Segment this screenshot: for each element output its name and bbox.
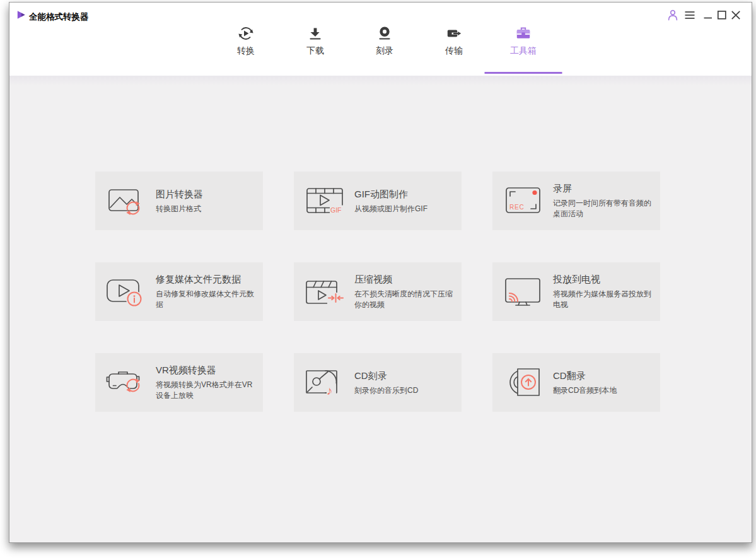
compress-video-icon	[304, 275, 346, 309]
app-window: 全能格式转换器 转换 下载 刻录 传输 工具箱	[9, 2, 752, 543]
tab-label: 传输	[445, 45, 463, 57]
download-icon	[307, 25, 323, 42]
toolbox-panel: 图片转换器 转换图片格式 GIF动图制作 从视频或图片制作GIF 录屏 记录同一…	[9, 76, 752, 542]
card-image-converter[interactable]: 图片转换器 转换图片格式	[95, 172, 263, 230]
tool-card-grid: 图片转换器 转换图片格式 GIF动图制作 从视频或图片制作GIF 录屏 记录同一…	[95, 172, 752, 412]
card-cast-to-tv[interactable]: 投放到电视 将视频作为媒体服务器投放到电视	[492, 262, 660, 321]
tool-card-title: 图片转换器	[156, 188, 257, 201]
tab-toolbox[interactable]: 工具箱	[500, 25, 547, 57]
burn-icon	[376, 25, 393, 42]
tool-card-desc: 将视频转换为VR格式并在VR设备上放映	[156, 380, 257, 401]
gif-maker-icon	[304, 184, 346, 218]
minimize[interactable]	[701, 8, 715, 22]
tool-card-title: CD翻录	[553, 370, 654, 382]
tool-card-title: 投放到电视	[553, 273, 654, 286]
tool-card-desc: 从视频或图片制作GIF	[354, 204, 455, 214]
cast-to-tv-icon	[503, 275, 544, 309]
tool-card-desc: 将视频作为媒体服务器投放到电视	[553, 289, 654, 310]
transfer-icon	[446, 25, 462, 42]
image-converter-icon	[105, 184, 147, 218]
tool-card-title: 修复媒体文件元数据	[156, 273, 257, 286]
tool-card-desc: 自动修复和修改媒体文件元数据	[156, 289, 257, 310]
card-gif-maker[interactable]: GIF动图制作 从视频或图片制作GIF	[294, 172, 462, 230]
card-screen-recorder[interactable]: 录屏 记录同一时间所有带有音频的桌面活动	[492, 172, 660, 230]
tab-transfer[interactable]: 传输	[431, 25, 477, 57]
tool-card-desc: 翻录CD音频到本地	[553, 385, 654, 396]
maximize[interactable]	[715, 8, 729, 22]
convert-icon	[238, 25, 254, 42]
maximize-icon	[715, 8, 729, 22]
toolbox-icon	[515, 25, 532, 42]
tab-burn[interactable]: 刻录	[361, 25, 408, 57]
app-logo-icon	[16, 9, 26, 20]
tool-card-title: 压缩视频	[354, 273, 455, 286]
card-cd-rip[interactable]: CD翻录 翻录CD音频到本地	[492, 353, 660, 412]
app-title: 全能格式转换器	[29, 11, 89, 23]
card-compress-video[interactable]: 压缩视频 在不损失清晰度的情况下压缩你的视频	[294, 262, 462, 321]
screen-recorder-icon	[503, 184, 544, 218]
card-fix-metadata[interactable]: 修复媒体文件元数据 自动修复和修改媒体文件元数据	[95, 262, 263, 321]
tab-label: 工具箱	[510, 45, 537, 57]
window-controls	[666, 8, 743, 22]
cd-burn-icon	[304, 366, 346, 400]
account[interactable]	[666, 8, 680, 22]
minimize-icon	[701, 8, 715, 22]
close[interactable]	[729, 8, 743, 22]
tab-label: 转换	[237, 45, 255, 57]
tool-card-title: VR视频转换器	[156, 364, 257, 376]
desktop-backdrop: 全能格式转换器 转换 下载 刻录 传输 工具箱	[0, 0, 756, 560]
tool-card-title: GIF动图制作	[354, 188, 455, 201]
tool-card-desc: 记录同一时间所有带有音频的桌面活动	[553, 198, 654, 219]
tool-card-desc: 转换图片格式	[156, 204, 257, 214]
menu-icon	[683, 8, 697, 22]
title-bar: 全能格式转换器 转换 下载 刻录 传输 工具箱	[9, 3, 752, 76]
tab-download[interactable]: 下载	[292, 25, 339, 57]
card-cd-burn[interactable]: CD刻录 刻录你的音乐到CD	[294, 353, 462, 412]
tool-card-title: 录屏	[553, 182, 654, 195]
fix-metadata-icon	[105, 275, 147, 309]
cd-rip-icon	[503, 366, 544, 400]
close-icon	[729, 8, 743, 22]
tool-card-title: CD刻录	[354, 370, 455, 382]
main-nav: 转换 下载 刻录 传输 工具箱	[223, 25, 547, 57]
tab-label: 下载	[306, 45, 324, 57]
card-vr-converter[interactable]: VR视频转换器 将视频转换为VR格式并在VR设备上放映	[95, 353, 263, 412]
tool-card-desc: 在不损失清晰度的情况下压缩你的视频	[354, 289, 455, 310]
tab-convert[interactable]: 转换	[223, 25, 269, 57]
tab-label: 刻录	[376, 45, 393, 57]
account-icon	[666, 8, 680, 22]
vr-converter-icon	[105, 366, 147, 400]
menu[interactable]	[683, 8, 697, 22]
tool-card-desc: 刻录你的音乐到CD	[354, 385, 455, 396]
